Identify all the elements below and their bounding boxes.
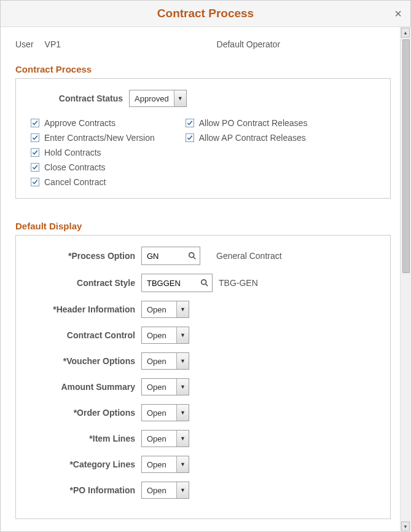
user-label: User bbox=[15, 39, 34, 49]
process-option-input[interactable] bbox=[142, 248, 185, 264]
dropdown-label: *Category Lines bbox=[31, 459, 135, 469]
dialog-header: Contract Process × bbox=[1, 1, 410, 27]
chevron-down-icon: ▼ bbox=[176, 405, 189, 421]
dropdown-row: *Order OptionsOpen▼ bbox=[31, 404, 375, 421]
dropdown-label: *Header Information bbox=[31, 304, 135, 314]
dropdown-select[interactable]: Open▼ bbox=[141, 327, 189, 344]
dropdown-select[interactable]: Open▼ bbox=[141, 378, 189, 395]
checkbox-item: Allow AP Contract Releases bbox=[186, 133, 308, 143]
default-operator-label: Default Operator bbox=[217, 39, 281, 49]
contract-style-input[interactable] bbox=[142, 276, 197, 291]
contract-status-value: Approved bbox=[130, 92, 174, 106]
dropdown-select[interactable]: Open▼ bbox=[141, 301, 189, 318]
section-contract-process: Contract Status Approved ▼ Approve Contr… bbox=[15, 78, 391, 199]
checkbox-label: Allow AP Contract Releases bbox=[199, 133, 306, 143]
contract-style-label: Contract Style bbox=[31, 278, 135, 288]
svg-point-2 bbox=[202, 280, 206, 285]
contract-style-row: Contract Style TBG-GEN bbox=[31, 274, 375, 292]
dropdown-value: Open bbox=[142, 328, 176, 343]
dropdown-label: Contract Control bbox=[31, 330, 135, 340]
search-icon[interactable] bbox=[185, 247, 200, 264]
scroll-down-button[interactable]: ▼ bbox=[401, 522, 410, 531]
process-option-label: *Process Option bbox=[31, 251, 135, 261]
checkbox[interactable] bbox=[31, 163, 39, 172]
checkbox-item: Close Contracts bbox=[31, 162, 155, 172]
process-option-desc: General Contract bbox=[216, 251, 282, 261]
checkbox[interactable] bbox=[186, 119, 194, 127]
scrollbar-thumb[interactable] bbox=[402, 39, 410, 273]
section-title-contract-process: Contract Process bbox=[15, 64, 391, 74]
dropdown-row: *Item LinesOpen▼ bbox=[31, 430, 375, 447]
checkbox[interactable] bbox=[31, 119, 39, 127]
checkbox-item: Allow PO Contract Releases bbox=[186, 118, 308, 128]
dropdown-value: Open bbox=[142, 432, 176, 446]
dropdown-row: *PO InformationOpen▼ bbox=[31, 482, 375, 499]
dropdown-label: *PO Information bbox=[31, 485, 135, 495]
contract-status-label: Contract Status bbox=[31, 93, 123, 103]
checkbox[interactable] bbox=[31, 178, 39, 186]
dialog: Contract Process × User VP1 Default Oper… bbox=[0, 0, 411, 532]
user-row: User VP1 Default Operator bbox=[15, 39, 391, 49]
checkbox[interactable] bbox=[186, 133, 194, 142]
checkbox-column-right: Allow PO Contract ReleasesAllow AP Contr… bbox=[186, 118, 308, 187]
checkbox-label: Allow PO Contract Releases bbox=[199, 118, 308, 128]
search-icon[interactable] bbox=[197, 274, 212, 292]
dropdown-row: Contract ControlOpen▼ bbox=[31, 327, 375, 344]
checkbox-label: Hold Contracts bbox=[44, 148, 101, 157]
chevron-down-icon: ▼ bbox=[176, 482, 189, 498]
process-option-input-wrap bbox=[141, 247, 200, 265]
dropdown-select[interactable]: Open▼ bbox=[141, 352, 189, 370]
scroll-up-button[interactable]: ▲ bbox=[401, 28, 410, 38]
dropdown-label: *Voucher Options bbox=[31, 356, 135, 366]
checkbox-label: Approve Contracts bbox=[44, 118, 115, 128]
checkbox-item: Cancel Contract bbox=[31, 177, 155, 187]
dialog-title: Contract Process bbox=[157, 7, 254, 20]
section-title-default-display: Default Display bbox=[15, 221, 391, 231]
dropdown-value: Open bbox=[142, 354, 176, 368]
dropdown-value: Open bbox=[142, 458, 176, 472]
scrollbar-track[interactable]: ▲ ▼ bbox=[400, 27, 411, 532]
dropdown-value: Open bbox=[142, 380, 176, 394]
checkbox-label: Close Contracts bbox=[44, 162, 106, 172]
dropdown-row: Amount SummaryOpen▼ bbox=[31, 378, 375, 395]
dropdown-label: *Order Options bbox=[31, 408, 135, 418]
checkbox[interactable] bbox=[31, 133, 39, 142]
svg-line-3 bbox=[206, 284, 208, 287]
contract-style-input-wrap bbox=[141, 274, 213, 292]
chevron-down-icon: ▼ bbox=[176, 456, 189, 472]
checkbox-item: Hold Contracts bbox=[31, 148, 155, 157]
close-button[interactable]: × bbox=[394, 7, 402, 20]
dropdown-select[interactable]: Open▼ bbox=[141, 404, 189, 421]
chevron-down-icon: ▼ bbox=[176, 379, 189, 395]
user-value: VP1 bbox=[45, 39, 217, 49]
chevron-down-icon: ▼ bbox=[174, 90, 186, 106]
checkbox-column-left: Approve ContractsEnter Contracts/New Ver… bbox=[31, 118, 155, 187]
dropdown-row: *Category LinesOpen▼ bbox=[31, 456, 375, 473]
chevron-down-icon: ▼ bbox=[176, 353, 189, 369]
svg-line-1 bbox=[194, 257, 196, 260]
dropdown-value: Open bbox=[142, 303, 176, 317]
dropdown-value: Open bbox=[142, 483, 176, 498]
dropdown-label: *Item Lines bbox=[31, 434, 135, 443]
dropdown-select[interactable]: Open▼ bbox=[141, 482, 189, 499]
checkbox-grid: Approve ContractsEnter Contracts/New Ver… bbox=[31, 118, 375, 187]
chevron-down-icon: ▼ bbox=[176, 431, 189, 447]
checkbox[interactable] bbox=[31, 148, 39, 157]
dropdown-row: *Voucher OptionsOpen▼ bbox=[31, 352, 375, 370]
chevron-down-icon: ▼ bbox=[176, 327, 189, 343]
dropdown-value: Open bbox=[142, 406, 176, 420]
dropdown-label: Amount Summary bbox=[31, 382, 135, 392]
section-default-display: *Process Option General Contract Contrac… bbox=[15, 235, 391, 519]
checkbox-label: Cancel Contract bbox=[44, 177, 106, 187]
checkbox-item: Approve Contracts bbox=[31, 118, 155, 128]
contract-style-desc: TBG-GEN bbox=[219, 278, 258, 288]
dropdown-select[interactable]: Open▼ bbox=[141, 430, 189, 447]
checkbox-item: Enter Contracts/New Version bbox=[31, 133, 155, 143]
process-option-row: *Process Option General Contract bbox=[31, 247, 375, 265]
dialog-body: User VP1 Default Operator Contract Proce… bbox=[1, 27, 410, 531]
contract-status-select[interactable]: Approved ▼ bbox=[129, 90, 187, 107]
dropdown-select[interactable]: Open▼ bbox=[141, 456, 189, 473]
contract-status-row: Contract Status Approved ▼ bbox=[31, 90, 375, 107]
checkbox-label: Enter Contracts/New Version bbox=[44, 133, 155, 143]
chevron-down-icon: ▼ bbox=[176, 301, 189, 317]
